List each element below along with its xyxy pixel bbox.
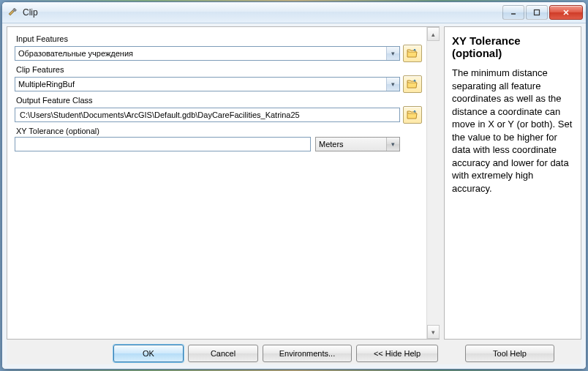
output-fc-text[interactable] [18, 110, 396, 120]
parameters-pane: Input Features Образовательные учреждени… [7, 26, 440, 340]
output-fc-input[interactable] [15, 108, 400, 122]
button-row: OK Cancel Environments... << Hide Help T… [7, 340, 581, 364]
clip-features-row: MultipleRingBuf ▾ [15, 75, 422, 93]
scroll-track[interactable] [427, 41, 440, 325]
maximize-button[interactable] [526, 5, 548, 20]
help-body: The minimum distance separating all feat… [452, 67, 573, 195]
client-area: Input Features Образовательные учреждени… [2, 23, 586, 369]
xy-tolerance-label: XY Tolerance (optional) [16, 127, 422, 135]
xy-tolerance-unit-dropdown[interactable]: Meters ▾ [315, 137, 400, 151]
svg-rect-2 [535, 10, 540, 15]
browse-input-features-button[interactable] [403, 45, 422, 62]
xy-tolerance-text[interactable] [18, 139, 307, 149]
browse-output-fc-button[interactable] [403, 106, 422, 124]
ok-button[interactable]: OK [113, 345, 184, 362]
help-title: XY Tolerance (optional) [452, 34, 573, 59]
environments-button[interactable]: Environments... [263, 345, 352, 362]
vertical-scrollbar[interactable]: ▴ ▾ [426, 27, 440, 339]
help-pane: XY Tolerance (optional) The minimum dist… [444, 26, 581, 340]
help-footer: Tool Help [438, 345, 577, 362]
chevron-down-icon[interactable]: ▾ [386, 47, 399, 60]
chevron-down-icon[interactable]: ▾ [386, 78, 399, 91]
output-fc-row [15, 106, 422, 124]
browse-clip-features-button[interactable] [403, 75, 422, 93]
cancel-button[interactable]: Cancel [188, 345, 258, 362]
parameters-inner: Input Features Образовательные учреждени… [7, 27, 426, 339]
xy-tolerance-input[interactable] [15, 137, 311, 151]
xy-tolerance-unit-value: Meters [319, 140, 386, 149]
clip-features-value: MultipleRingBuf [15, 80, 386, 89]
window-title: Clip [23, 7, 501, 18]
titlebar[interactable]: Clip [2, 2, 586, 23]
input-features-row: Образовательные учреждения ▾ [15, 45, 422, 62]
minimize-button[interactable] [502, 5, 524, 20]
close-button[interactable] [549, 5, 583, 20]
clip-tool-window: Clip Input Features Образовательные учре… [1, 1, 587, 370]
input-features-dropdown[interactable]: Образовательные учреждения ▾ [15, 46, 400, 61]
output-fc-label: Output Feature Class [16, 96, 422, 105]
clip-features-dropdown[interactable]: MultipleRingBuf ▾ [15, 77, 400, 91]
input-features-value: Образовательные учреждения [15, 49, 386, 58]
hide-help-button[interactable]: << Hide Help [356, 345, 438, 362]
scroll-up-icon[interactable]: ▴ [427, 27, 440, 41]
scroll-down-icon[interactable]: ▾ [427, 325, 440, 339]
content-row: Input Features Образовательные учреждени… [7, 26, 581, 340]
input-features-label: Input Features [16, 34, 422, 43]
tool-help-button[interactable]: Tool Help [465, 345, 554, 362]
chevron-down-icon[interactable]: ▾ [386, 138, 399, 151]
clip-features-label: Clip Features [16, 65, 422, 74]
app-hammer-icon [7, 7, 18, 18]
xy-tolerance-row: Meters ▾ [15, 137, 422, 151]
